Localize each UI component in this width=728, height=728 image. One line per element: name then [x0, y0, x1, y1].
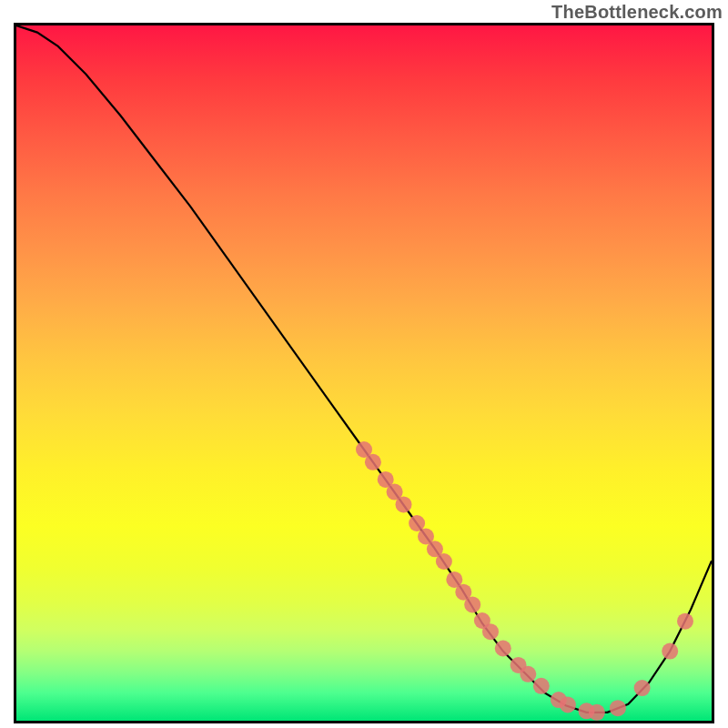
data-point	[482, 623, 499, 640]
data-point	[533, 678, 550, 694]
data-point	[634, 680, 651, 696]
chart-frame	[14, 23, 714, 723]
data-point	[436, 553, 452, 570]
data-point	[464, 596, 480, 612]
data-point	[662, 643, 678, 660]
data-point	[589, 704, 605, 721]
data-point	[365, 454, 381, 470]
data-point	[610, 700, 626, 716]
data-point	[520, 666, 536, 682]
data-point	[677, 613, 693, 630]
watermark-text: TheBottleneck.com	[551, 2, 723, 23]
data-markers	[356, 441, 693, 721]
data-point	[495, 641, 511, 657]
chart-svg	[16, 25, 712, 721]
data-point	[396, 496, 412, 512]
bottleneck-curve	[16, 25, 712, 713]
data-point	[560, 696, 576, 713]
